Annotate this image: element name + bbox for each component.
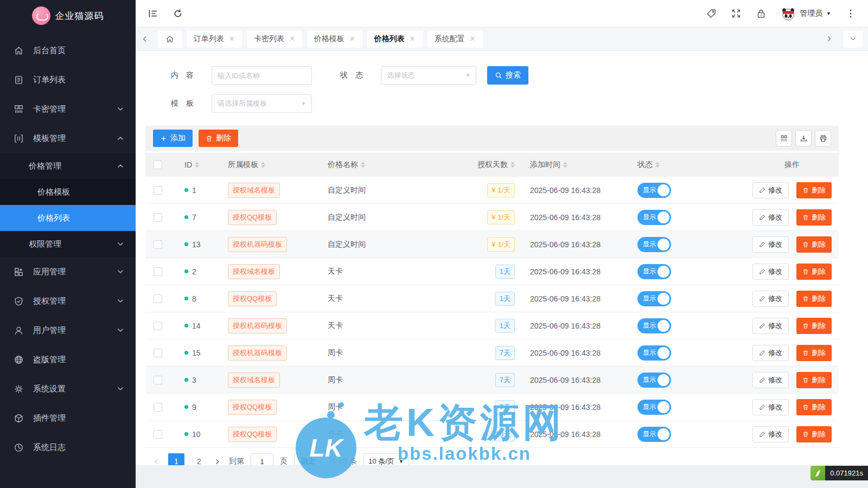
select-all-checkbox[interactable]: [154, 160, 162, 169]
sidebar-collapse-icon[interactable]: [148, 8, 158, 19]
sidebar-item-app-management[interactable]: 应用管理: [0, 257, 136, 286]
lock-icon[interactable]: [756, 8, 767, 19]
sort-icon[interactable]: [195, 162, 199, 168]
delete-button[interactable]: 删除: [796, 264, 832, 280]
edit-button[interactable]: 修改: [752, 291, 789, 307]
sidebar-item-template-management[interactable]: 模板管理: [0, 124, 136, 153]
page-jump-input[interactable]: [251, 453, 273, 465]
sort-icon[interactable]: [361, 162, 365, 168]
delete-button[interactable]: 删除: [796, 399, 832, 415]
status-select[interactable]: 选择状态 ▼: [381, 66, 476, 85]
tabs-scroll-left-icon[interactable]: [141, 35, 153, 43]
template-select[interactable]: 请选择所属模板 ▼: [212, 94, 312, 113]
row-checkbox[interactable]: [154, 322, 162, 330]
sort-icon[interactable]: [563, 162, 567, 168]
user-menu[interactable]: 管理员 ▼: [781, 6, 831, 21]
sidebar-item-plugin-management[interactable]: 插件管理: [0, 403, 136, 433]
column-header-status[interactable]: 状态: [631, 160, 745, 170]
edit-button[interactable]: 修改: [752, 182, 789, 198]
search-button[interactable]: 搜索: [487, 66, 528, 85]
delete-button[interactable]: 删除: [796, 182, 832, 198]
row-checkbox[interactable]: [154, 240, 162, 249]
prev-page-icon[interactable]: [153, 458, 162, 465]
delete-button[interactable]: 删除: [796, 291, 832, 307]
delete-button[interactable]: 删除: [796, 372, 832, 388]
sidebar-item-auth-management[interactable]: 授权管理: [0, 286, 136, 316]
delete-button[interactable]: 删除: [796, 318, 832, 334]
sort-icon[interactable]: [510, 162, 515, 168]
delete-button[interactable]: 删除: [796, 426, 832, 442]
sidebar-item-card-management[interactable]: 卡密管理: [0, 94, 136, 124]
sidebar-item-user-management[interactable]: 用户管理: [0, 316, 136, 345]
sidebar-item-orders[interactable]: 订单列表: [0, 65, 136, 94]
edit-button[interactable]: 修改: [752, 426, 789, 442]
tabs-scroll-right-icon[interactable]: [826, 35, 838, 42]
close-icon[interactable]: ✕: [229, 35, 235, 43]
jump-confirm-button[interactable]: 确定: [294, 453, 322, 465]
status-toggle[interactable]: 显示: [637, 345, 671, 361]
delete-button[interactable]: 删除: [796, 209, 832, 226]
add-button[interactable]: 添加: [153, 130, 193, 147]
status-toggle[interactable]: 显示: [637, 373, 671, 388]
tag-icon[interactable]: [706, 8, 717, 19]
next-page-icon[interactable]: [214, 458, 222, 465]
page-button-1[interactable]: 1: [168, 453, 184, 465]
status-toggle[interactable]: 显示: [637, 210, 671, 225]
status-toggle[interactable]: 显示: [637, 291, 671, 306]
status-toggle[interactable]: 显示: [637, 427, 671, 442]
row-checkbox[interactable]: [154, 376, 162, 384]
status-toggle[interactable]: 显示: [637, 264, 671, 279]
row-checkbox[interactable]: [154, 349, 162, 357]
close-icon[interactable]: ✕: [410, 35, 416, 43]
sidebar-item-price-management[interactable]: 价格管理: [0, 153, 136, 179]
close-icon[interactable]: ✕: [349, 35, 355, 43]
status-toggle[interactable]: 显示: [637, 400, 671, 415]
column-header-time[interactable]: 添加时间: [515, 160, 631, 170]
delete-button[interactable]: 删除: [796, 345, 832, 361]
edit-button[interactable]: 修改: [752, 399, 789, 415]
column-header-id[interactable]: ID: [170, 160, 225, 169]
tab-order-list[interactable]: 订单列表 ✕: [187, 30, 242, 48]
delete-button[interactable]: 删除: [796, 236, 832, 253]
sidebar-item-price-list[interactable]: 价格列表: [0, 205, 136, 231]
edit-button[interactable]: 修改: [752, 236, 789, 253]
status-toggle[interactable]: 显示: [637, 183, 671, 198]
tab-system-config[interactable]: 系统配置 ✕: [427, 30, 483, 48]
fullscreen-icon[interactable]: [731, 8, 742, 19]
row-checkbox[interactable]: [154, 213, 162, 222]
sidebar-item-system-settings[interactable]: 系统设置: [0, 374, 136, 403]
edit-button[interactable]: 修改: [752, 345, 789, 361]
refresh-icon[interactable]: [173, 8, 183, 19]
print-button[interactable]: [815, 130, 831, 146]
per-page-select[interactable]: 10 条/页 ▼: [363, 453, 409, 465]
column-header-template[interactable]: 所属模板: [225, 160, 328, 170]
edit-button[interactable]: 修改: [752, 209, 789, 226]
page-button-2[interactable]: 2: [191, 453, 207, 465]
edit-button[interactable]: 修改: [752, 372, 789, 388]
export-button[interactable]: [795, 130, 812, 146]
edit-button[interactable]: 修改: [752, 318, 789, 334]
row-checkbox[interactable]: [154, 430, 162, 439]
row-checkbox[interactable]: [154, 294, 162, 303]
tab-home[interactable]: [158, 30, 182, 48]
sidebar-item-dashboard[interactable]: 后台首页: [0, 36, 136, 65]
sort-icon[interactable]: [655, 162, 660, 168]
row-checkbox[interactable]: [154, 403, 162, 412]
tab-card-list[interactable]: 卡密列表 ✕: [247, 30, 302, 48]
column-header-price-name[interactable]: 价格名称: [328, 160, 474, 170]
bulk-delete-button[interactable]: 删除: [199, 130, 238, 147]
edit-button[interactable]: 修改: [752, 264, 789, 280]
column-filter-button[interactable]: [776, 130, 792, 146]
status-toggle[interactable]: 显示: [637, 237, 671, 252]
row-checkbox[interactable]: [154, 267, 162, 276]
sidebar-item-piracy-management[interactable]: 盗版管理: [0, 345, 136, 374]
sort-icon[interactable]: [261, 162, 265, 168]
tab-price-list[interactable]: 价格列表 ✕: [367, 30, 423, 48]
more-options-icon[interactable]: [845, 8, 856, 19]
sidebar-item-price-template[interactable]: 价格模板: [0, 179, 136, 205]
tabs-dropdown-icon[interactable]: [843, 30, 863, 48]
sidebar-item-system-logs[interactable]: 系统日志: [0, 433, 136, 462]
sidebar-item-permission-management[interactable]: 权限管理: [0, 231, 136, 257]
close-icon[interactable]: ✕: [289, 35, 295, 43]
status-toggle[interactable]: 显示: [637, 318, 671, 333]
